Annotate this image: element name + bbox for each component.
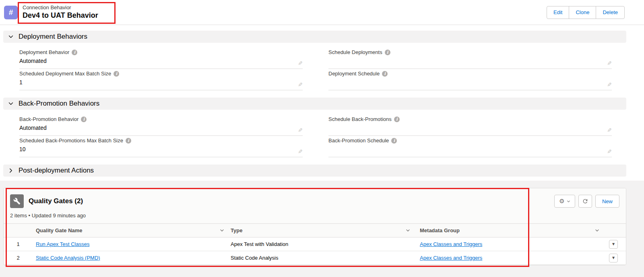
row-actions-button[interactable]: ▼ bbox=[609, 254, 618, 262]
info-icon[interactable]: i bbox=[391, 138, 397, 144]
chevron-down-icon[interactable] bbox=[595, 228, 599, 233]
field-value: Automated bbox=[19, 125, 291, 132]
field-back-promotion-schedule: Back-Promotion Schedule i ✎ bbox=[328, 137, 612, 157]
field-label-text: Back-Promotion Schedule bbox=[328, 137, 389, 144]
info-icon[interactable]: i bbox=[385, 50, 390, 55]
row-actions-button[interactable]: ▼ bbox=[609, 240, 618, 249]
field-schedule-back-promotions: Schedule Back-Promotions i ✎ bbox=[328, 115, 612, 136]
record-action-buttons: Edit Clone Delete bbox=[547, 6, 625, 19]
section-deployment-behaviors[interactable]: Deployment Behaviors bbox=[3, 31, 626, 43]
edit-pencil-icon[interactable]: ✎ bbox=[607, 81, 612, 88]
record-title-block: Connection Behavior Dev4 to UAT Behavior bbox=[23, 5, 98, 20]
record-header: # Connection Behavior Dev4 to UAT Behavi… bbox=[0, 0, 644, 25]
section-back-promotion-behaviors[interactable]: Back-Promotion Behaviors bbox=[3, 98, 626, 110]
down-triangle-icon: ▼ bbox=[612, 243, 615, 246]
hash-icon: # bbox=[9, 8, 13, 17]
row-number: 2 bbox=[4, 251, 33, 265]
edit-pencil-icon[interactable]: ✎ bbox=[298, 81, 303, 88]
section-post-deployment-actions[interactable]: Post-deployment Actions bbox=[3, 165, 626, 177]
edit-button[interactable]: Edit bbox=[547, 6, 569, 19]
connection-behavior-record-icon: # bbox=[4, 6, 18, 19]
column-header-metadata-group[interactable]: Metadata Group bbox=[413, 224, 603, 237]
quality-gates-object-icon bbox=[10, 194, 24, 208]
field-label: Deployment Behavior i bbox=[19, 49, 291, 56]
field-deployment-schedule: Deployment Schedule i ✎ bbox=[328, 70, 612, 90]
field-value: Automated bbox=[19, 58, 291, 65]
edit-pencil-icon[interactable]: ✎ bbox=[607, 60, 612, 67]
field-label-text: Deployment Behavior bbox=[19, 49, 69, 56]
column-header-label: Type bbox=[231, 227, 242, 233]
field-back-promotion-behavior: Back-Promotion Behavior i Automated ✎ bbox=[19, 115, 303, 136]
field-value: 1 bbox=[19, 79, 291, 87]
edit-pencil-icon[interactable]: ✎ bbox=[298, 60, 303, 67]
chevron-down-icon[interactable] bbox=[406, 228, 410, 233]
chevron-down-icon bbox=[8, 101, 14, 106]
field-label: Scheduled Back-Promotions Max Batch Size… bbox=[19, 137, 291, 144]
new-button[interactable]: New bbox=[595, 195, 619, 208]
column-header-type[interactable]: Type bbox=[227, 224, 413, 237]
field-value bbox=[328, 125, 600, 132]
edit-pencil-icon[interactable]: ✎ bbox=[607, 127, 612, 133]
record-detail: Deployment Behaviors Deployment Behavior… bbox=[0, 25, 644, 181]
field-deployment-behavior: Deployment Behavior i Automated ✎ bbox=[19, 48, 303, 69]
field-label-text: Schedule Back-Promotions bbox=[328, 116, 392, 123]
info-icon[interactable]: i bbox=[114, 71, 119, 77]
metadata-group-link[interactable]: Apex Classes and Triggers bbox=[420, 255, 482, 261]
wrench-icon bbox=[13, 198, 21, 205]
field-label: Schedule Deployments i bbox=[328, 49, 600, 56]
field-label-text: Schedule Deployments bbox=[328, 49, 382, 56]
row-number: 1 bbox=[4, 237, 33, 251]
chevron-down-icon[interactable] bbox=[220, 228, 224, 233]
info-icon[interactable]: i bbox=[126, 138, 131, 144]
quality-gate-name-link[interactable]: Run Apex Test Classes bbox=[36, 241, 89, 247]
section-title: Deployment Behaviors bbox=[19, 33, 87, 41]
row-number-column-header bbox=[4, 224, 33, 237]
delete-button[interactable]: Delete bbox=[596, 6, 625, 19]
back-promotion-behaviors-fields: Back-Promotion Behavior i Automated ✎ Sc… bbox=[0, 110, 644, 165]
field-label-text: Scheduled Deployment Max Batch Size bbox=[19, 71, 111, 77]
table-header-row: Quality Gate Name Type bbox=[4, 224, 626, 237]
clone-button[interactable]: Clone bbox=[569, 6, 596, 19]
refresh-button[interactable] bbox=[578, 195, 592, 208]
down-triangle-icon: ▼ bbox=[612, 256, 615, 260]
field-label-text: Deployment Schedule bbox=[328, 71, 380, 77]
quality-gates-card: Quality Gates (2) ⚙ New 2 items • Update… bbox=[3, 188, 626, 265]
object-label: Connection Behavior bbox=[23, 5, 98, 10]
edit-pencil-icon[interactable]: ✎ bbox=[607, 148, 612, 155]
table-row: 1 Run Apex Test Classes Apex Test with V… bbox=[4, 237, 626, 251]
refresh-icon bbox=[582, 198, 588, 204]
chevron-right-icon bbox=[8, 168, 14, 173]
list-settings-button[interactable]: ⚙ bbox=[554, 195, 575, 208]
metadata-group-link[interactable]: Apex Classes and Triggers bbox=[420, 241, 482, 247]
chevron-down-icon bbox=[8, 34, 14, 40]
field-label: Deployment Schedule i bbox=[328, 71, 600, 77]
field-value: 10 bbox=[19, 146, 291, 154]
field-value bbox=[328, 146, 600, 154]
info-icon[interactable]: i bbox=[394, 117, 400, 122]
edit-pencil-icon[interactable]: ✎ bbox=[298, 148, 303, 155]
field-label: Schedule Back-Promotions i bbox=[328, 116, 600, 123]
field-label-text: Scheduled Back-Promotions Max Batch Size bbox=[19, 137, 123, 144]
quality-gate-type-cell: Apex Test with Validation bbox=[227, 237, 413, 251]
quality-gate-name-link[interactable]: Static Code Analysis (PMD) bbox=[36, 255, 100, 261]
related-list-title: Quality Gates (2) bbox=[29, 197, 83, 205]
field-schedule-deployments: Schedule Deployments i ✎ bbox=[328, 48, 612, 69]
column-header-label: Metadata Group bbox=[420, 227, 460, 233]
info-icon[interactable]: i bbox=[72, 50, 77, 55]
edit-pencil-icon[interactable]: ✎ bbox=[298, 127, 303, 133]
column-header-quality-gate-name[interactable]: Quality Gate Name bbox=[33, 224, 227, 237]
field-value bbox=[328, 79, 600, 87]
field-value bbox=[328, 58, 600, 65]
info-icon[interactable]: i bbox=[81, 117, 87, 122]
field-label-text: Back-Promotion Behavior bbox=[19, 116, 78, 123]
row-actions-column-header bbox=[603, 224, 626, 237]
page: # Connection Behavior Dev4 to UAT Behavi… bbox=[0, 0, 644, 277]
field-label: Back-Promotion Schedule i bbox=[328, 137, 600, 144]
chevron-down-icon bbox=[567, 200, 570, 203]
field-label: Back-Promotion Behavior i bbox=[19, 116, 291, 123]
deployment-behaviors-fields: Deployment Behavior i Automated ✎ Schedu… bbox=[0, 43, 644, 98]
info-icon[interactable]: i bbox=[382, 71, 388, 77]
record-title: Dev4 to UAT Behavior bbox=[23, 11, 98, 20]
section-title: Post-deployment Actions bbox=[19, 167, 94, 175]
column-header-label: Quality Gate Name bbox=[36, 227, 83, 233]
